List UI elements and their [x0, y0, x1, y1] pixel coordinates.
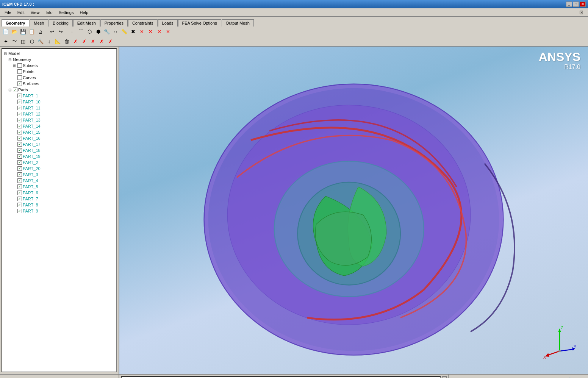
tab-fea[interactable]: FEA Solve Options [178, 19, 221, 27]
scroll-up-button[interactable]: ▲ [442, 376, 447, 378]
tab-mesh[interactable]: Mesh [30, 19, 48, 27]
tree-points[interactable]: Points [4, 69, 115, 75]
expand-subsets[interactable]: ⊞ [13, 64, 17, 68]
del-x4-icon[interactable]: ✗ [97, 37, 106, 45]
right-icon-9[interactable]: ⊟ [535, 376, 544, 378]
right-icon-12[interactable]: 🔧 [566, 376, 576, 378]
del-icon[interactable]: 🗑 [63, 37, 71, 45]
check-curves[interactable] [17, 75, 22, 80]
create-surf-icon[interactable]: ◫ [19, 37, 27, 45]
tree-part-part_9[interactable]: ✓ PART_9 [4, 208, 115, 214]
tree-part-part_11[interactable]: ✓ PART_11 [4, 105, 115, 111]
maximize-icon[interactable]: ⊡ [576, 9, 586, 16]
tree-part-part_12[interactable]: ✓ PART_12 [4, 111, 115, 117]
tab-edit-mesh[interactable]: Edit Mesh [73, 19, 100, 27]
tree-part-part_7[interactable]: ✓ PART_7 [4, 196, 115, 202]
tree-curves[interactable]: Curves [4, 75, 115, 81]
right-icon-2[interactable]: ⊞ [460, 376, 470, 378]
check-surfaces[interactable]: ✓ [17, 81, 22, 86]
del-x1-icon[interactable]: ✗ [71, 37, 80, 45]
tree-part-part_1[interactable]: ✓ PART_1 [4, 93, 115, 99]
geom-delete3-icon[interactable]: ✕ [146, 27, 155, 36]
transform-icon[interactable]: ↕ [45, 37, 53, 45]
expand-geometry[interactable]: ⊟ [8, 58, 13, 62]
tree-part-part_2[interactable]: ✓ PART_2 [4, 159, 115, 166]
tree-part-part_8[interactable]: ✓ PART_8 [4, 202, 115, 208]
geom-delete-icon[interactable]: ✖ [129, 27, 137, 36]
right-icon-6[interactable]: ▣ [503, 376, 513, 378]
tree-part-part_20[interactable]: ✓ PART_20 [4, 166, 115, 172]
create-body-icon[interactable]: ⬡ [28, 37, 36, 45]
maximize-button[interactable]: □ [573, 2, 579, 7]
new-icon[interactable]: 📄 [2, 27, 10, 36]
open-icon[interactable]: 📂 [10, 27, 19, 36]
tree-part-part_3[interactable]: ✓ PART_3 [4, 172, 115, 178]
save-icon[interactable]: 💾 [19, 27, 27, 36]
tree-part-part_14[interactable]: ✓ PART_14 [4, 123, 115, 129]
del-x2-icon[interactable]: ✗ [80, 37, 88, 45]
redo-icon[interactable]: ↪ [56, 27, 65, 36]
create-point-icon[interactable]: ✦ [2, 37, 10, 45]
check-points[interactable] [17, 69, 22, 74]
tree-part-part_10[interactable]: ✓ PART_10 [4, 99, 115, 105]
tab-properties[interactable]: Properties [100, 19, 128, 27]
right-icon-7[interactable]: ⊠ [513, 376, 523, 378]
right-icon-3[interactable]: ⊟ [471, 376, 481, 378]
geom-delete2-icon[interactable]: ✕ [138, 27, 146, 36]
save-as-icon[interactable]: 📋 [28, 27, 36, 36]
tree-parts[interactable]: ⊟ ✓ Parts [4, 87, 115, 93]
tree-part-part_6[interactable]: ✓ PART_6 [4, 190, 115, 196]
tree-part-part_19[interactable]: ✓ PART_19 [4, 153, 115, 159]
geom-repair-icon[interactable]: 🔧 [103, 27, 111, 36]
tree-part-part_5[interactable]: ✓ PART_5 [4, 184, 115, 190]
repair-icon[interactable]: 🔨 [36, 37, 45, 45]
geom-delete5-icon[interactable]: ✕ [164, 27, 172, 36]
tree-part-part_18[interactable]: ✓ PART_18 [4, 147, 115, 153]
menu-help[interactable]: Help [77, 9, 91, 16]
geom-measure-icon[interactable]: 📏 [120, 27, 128, 36]
del-x3-icon[interactable]: ✗ [89, 37, 97, 45]
right-icon-11[interactable]: ▤ [556, 376, 566, 378]
menu-info[interactable]: Info [42, 9, 55, 16]
measure2-icon[interactable]: 📐 [54, 37, 62, 45]
tree-part-part_16[interactable]: ✓ PART_16 [4, 135, 115, 141]
tab-output-mesh[interactable]: Output Mesh [222, 19, 254, 27]
geom-point-icon[interactable]: · [68, 27, 76, 36]
menu-file[interactable]: File [2, 9, 14, 16]
tree-part-part_15[interactable]: ✓ PART_15 [4, 129, 115, 135]
title-bar-controls[interactable]: _ □ ✕ [566, 2, 586, 7]
viewport-3d[interactable]: ANSYS R17.0 Z X Y [119, 47, 588, 374]
tree-model[interactable]: ⊟ Model [4, 50, 115, 56]
tab-geometry[interactable]: Geometry [2, 19, 29, 27]
undo-icon[interactable]: ↩ [48, 27, 56, 36]
minimize-button[interactable]: _ [566, 2, 572, 7]
right-icon-4[interactable]: ◫ [482, 376, 491, 378]
menu-settings[interactable]: Settings [56, 9, 77, 16]
check-subsets[interactable] [17, 63, 22, 68]
right-icon-8[interactable]: ⊞ [524, 376, 534, 378]
expand-model[interactable]: ⊟ [4, 52, 8, 56]
tree-subsets[interactable]: ⊞ Subsets [4, 62, 115, 69]
tab-constraints[interactable]: Constraints [128, 19, 158, 27]
right-icon-1[interactable]: ⊡ [450, 376, 460, 378]
tab-blocking[interactable]: Blocking [48, 19, 73, 27]
tree-part-part_17[interactable]: ✓ PART_17 [4, 141, 115, 147]
right-icon-10[interactable]: ⊡ [545, 376, 555, 378]
del-x5-icon[interactable]: ✗ [106, 37, 114, 45]
geom-body-icon[interactable]: ⬢ [94, 27, 102, 36]
geom-surface-icon[interactable]: ⬡ [85, 27, 94, 36]
geom-delete4-icon[interactable]: ✕ [155, 27, 163, 36]
geom-transform-icon[interactable]: ↔ [111, 27, 120, 36]
menu-edit[interactable]: Edit [14, 9, 28, 16]
expand-parts[interactable]: ⊟ [8, 88, 13, 92]
geom-curve-icon[interactable]: ⌒ [77, 27, 85, 36]
menu-view[interactable]: View [28, 9, 43, 16]
create-curve-icon[interactable]: 〜 [10, 37, 19, 45]
tab-loads[interactable]: Loads [158, 19, 178, 27]
tree-part-part_4[interactable]: ✓ PART_4 [4, 178, 115, 184]
tree-geometry[interactable]: ⊟ Geometry [4, 56, 115, 62]
right-icon-5[interactable]: ◱ [492, 376, 502, 378]
check-parts[interactable]: ✓ [13, 87, 17, 92]
print-icon[interactable]: 🖨 [36, 27, 45, 36]
tree-part-part_13[interactable]: ✓ PART_13 [4, 117, 115, 123]
